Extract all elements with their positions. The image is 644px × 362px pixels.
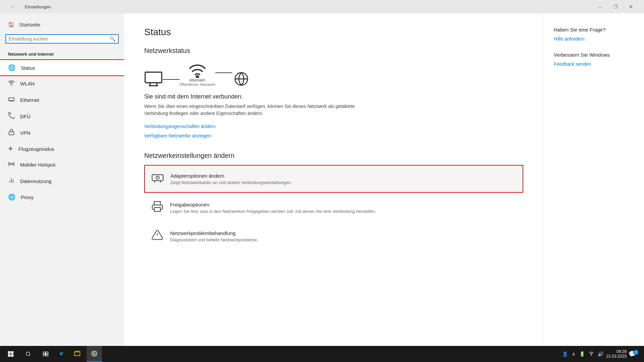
- computer-node: [144, 71, 163, 86]
- svg-point-35: [591, 355, 592, 355]
- flugzeug-icon: ✈: [8, 145, 13, 153]
- help-link[interactable]: Hilfe anfordern: [554, 36, 585, 42]
- svg-rect-11: [145, 72, 162, 83]
- home-icon: 🏠: [8, 21, 14, 27]
- sidebar-item-proxy[interactable]: 🌐 Proxy: [0, 189, 124, 205]
- line2: [215, 72, 232, 73]
- svg-rect-28: [11, 354, 14, 357]
- start-button[interactable]: [3, 346, 19, 362]
- connected-text: Sie sind mit dem Internet verbunden.: [144, 93, 523, 100]
- close-button[interactable]: ✕: [623, 0, 639, 13]
- network-diagram: eduroam Öffentliches Netzwerk: [144, 63, 523, 86]
- problem-desc: Diagnostiziert und behebt Netzwerkproble…: [170, 237, 258, 242]
- date-display: 21.03.2019: [606, 354, 627, 359]
- show-networks-link[interactable]: Verfügbare Netzwerke anzeigen: [144, 133, 523, 138]
- sidebar-item-label: Flugzeugmodus: [18, 146, 54, 152]
- sidebar-item-vpn[interactable]: VPN: [0, 125, 124, 141]
- sidebar-home[interactable]: 🏠 Startseite: [0, 17, 124, 32]
- search-box[interactable]: 🔍: [5, 34, 119, 44]
- adapter-text: Adapteroptionen ändern Zeigt Netzwerkkar…: [170, 173, 292, 185]
- svg-rect-18: [152, 175, 163, 181]
- status-icon: 🌐: [8, 64, 15, 71]
- adapter-card[interactable]: Adapteroptionen ändern Zeigt Netzwerkkar…: [144, 165, 523, 193]
- hotspot-icon: [8, 161, 15, 169]
- chevron-up-icon[interactable]: ∧: [571, 351, 576, 357]
- daten-icon: [8, 177, 15, 185]
- sidebar-item-status[interactable]: 🌐 Status: [0, 60, 124, 75]
- sidebar-item-dfu[interactable]: DFÜ: [0, 108, 124, 125]
- people-icon[interactable]: 👤: [561, 351, 569, 357]
- svg-rect-25: [8, 351, 11, 354]
- settings-button[interactable]: [87, 346, 102, 362]
- proxy-icon: 🌐: [8, 193, 15, 201]
- network-status-title: Netzwerkstatus: [144, 47, 523, 55]
- network-name: eduroam: [190, 78, 205, 82]
- svg-rect-1: [9, 98, 14, 101]
- adapter-desc: Zeigt Netzwerkkarten an und ändert Verbi…: [170, 180, 292, 185]
- sidebar-item-datennutzung[interactable]: Datennutzung: [0, 173, 124, 189]
- sidebar-item-wlan[interactable]: WLAN: [0, 75, 124, 92]
- svg-rect-6: [9, 132, 14, 135]
- volume-icon[interactable]: 🔊: [597, 351, 604, 357]
- svg-rect-26: [11, 351, 14, 354]
- svg-point-0: [11, 85, 12, 85]
- taskbar-clock: 09:29 21.03.2019: [606, 349, 627, 359]
- back-button[interactable]: ←: [5, 0, 21, 13]
- notification-badge: 8: [633, 350, 639, 355]
- network-type: Öffentliches Netzwerk: [179, 82, 215, 86]
- sidebar-item-label: Datennutzung: [20, 178, 51, 184]
- svg-point-34: [94, 353, 95, 354]
- svg-rect-27: [8, 354, 11, 357]
- task-view-button[interactable]: [38, 346, 54, 362]
- problem-icon: [151, 229, 163, 243]
- feedback-link[interactable]: Feedback senden: [554, 61, 591, 67]
- minimize-button[interactable]: ─: [592, 0, 608, 13]
- sidebar-item-label: DFÜ: [20, 114, 31, 119]
- svg-rect-22: [154, 207, 160, 212]
- right-panel: Haben Sie eine Frage? Hilfe anfordern Ve…: [543, 13, 644, 346]
- svg-rect-33: [46, 354, 48, 356]
- svg-point-29: [26, 352, 30, 356]
- settings-change-title: Netzwerkeinstellungen ändern: [144, 152, 523, 160]
- sidebar-item-ethernet[interactable]: Ethernet: [0, 92, 124, 108]
- freigabe-title: Freigabeoptionen: [170, 202, 376, 207]
- edge-button[interactable]: e: [55, 346, 68, 362]
- freigabe-desc: Legen Sie fest, was in den Netzwerken fr…: [170, 209, 376, 214]
- sidebar-item-label: WLAN: [20, 81, 35, 86]
- problem-title: Netzwerkproblembehandlung: [170, 230, 258, 236]
- titlebar: ← Einstellungen ─ ❐ ✕: [0, 0, 644, 13]
- change-properties-link[interactable]: Verbindungseigenschaften ändern: [144, 124, 523, 129]
- freigabe-card[interactable]: Freigabeoptionen Legen Sie fest, was in …: [144, 194, 523, 221]
- globe-node: [232, 71, 251, 86]
- sidebar-item-label: Mobiler Hotspot: [20, 162, 55, 168]
- sidebar-item-label: Status: [21, 65, 35, 71]
- explorer-button[interactable]: [69, 346, 85, 362]
- problem-text: Netzwerkproblembehandlung Diagnostiziert…: [170, 230, 258, 242]
- freigabe-text: Freigabeoptionen Legen Sie fest, was in …: [170, 202, 376, 214]
- sidebar-section-title: Netzwerk und Internet: [0, 49, 124, 60]
- freigabe-icon: [151, 200, 163, 215]
- svg-point-7: [11, 163, 12, 164]
- svg-rect-32: [43, 354, 46, 356]
- content-area: Status Netzwerkstatus eduroam Öffentlich…: [124, 13, 543, 346]
- improve-title: Verbessern Sie Windows: [554, 52, 634, 58]
- taskbar-search-button[interactable]: [20, 346, 36, 362]
- help-section: Haben Sie eine Frage? Hilfe anfordern: [554, 27, 634, 42]
- sidebar-item-flugzeugmodus[interactable]: ✈ Flugzeugmodus: [0, 141, 124, 157]
- taskbar-right: 👤 ∧ 🔋 🔊 09:29 21.03.2019 💬 8: [561, 349, 641, 359]
- adapter-title: Adapteroptionen ändern: [170, 173, 292, 179]
- battery-icon[interactable]: 🔋: [578, 351, 586, 357]
- search-input[interactable]: [9, 36, 110, 42]
- search-icon: 🔍: [110, 36, 115, 42]
- vpn-icon: [8, 129, 15, 137]
- notification-area[interactable]: 💬 8: [629, 350, 639, 358]
- problem-card[interactable]: Netzwerkproblembehandlung Diagnostiziert…: [144, 223, 523, 250]
- restore-button[interactable]: ❐: [608, 0, 623, 13]
- taskbar: e 👤 ∧ 🔋 🔊 09:29 21.03.2019: [0, 346, 644, 362]
- wifi-taskbar-icon[interactable]: [588, 351, 595, 357]
- improve-section: Verbessern Sie Windows Feedback senden: [554, 52, 634, 67]
- svg-rect-30: [43, 352, 46, 354]
- sidebar-item-hotspot[interactable]: Mobiler Hotspot: [0, 157, 124, 173]
- titlebar-left: ← Einstellungen: [5, 0, 51, 13]
- line1: [163, 79, 179, 80]
